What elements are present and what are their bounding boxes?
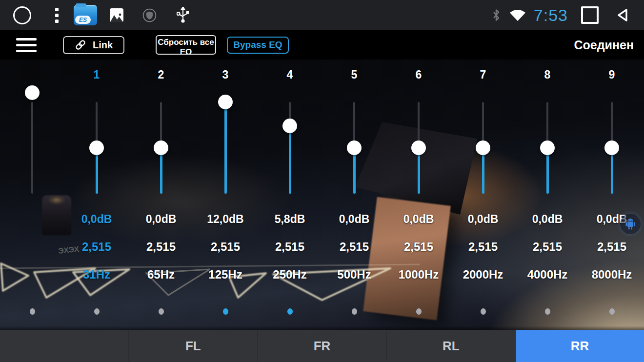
band-gain-slider[interactable] bbox=[64, 85, 129, 205]
channel-tab[interactable]: FL bbox=[129, 330, 258, 362]
channel-tabbar: FL FR RL RR bbox=[0, 330, 644, 362]
eq-band: 6 0,0dB 2,515 1000Hz bbox=[386, 60, 451, 334]
band-gain-slider[interactable] bbox=[193, 85, 258, 205]
band-gain-value: 0,0dB bbox=[468, 205, 499, 233]
slider-thumb[interactable] bbox=[347, 141, 362, 155]
slider-thumb[interactable] bbox=[154, 141, 168, 155]
band-indicator-dot bbox=[416, 308, 422, 315]
band-indicator-dot bbox=[94, 308, 100, 315]
gallery-icon[interactable] bbox=[110, 8, 123, 22]
band-indicator-dot bbox=[609, 308, 615, 315]
band-q-value: 2,515 bbox=[340, 233, 369, 261]
band-number: 7 bbox=[480, 60, 486, 85]
channel-tab[interactable]: FR bbox=[258, 330, 386, 362]
band-gain-slider[interactable] bbox=[322, 85, 386, 205]
slider-thumb[interactable] bbox=[540, 141, 555, 155]
band-q-value: 2,515 bbox=[468, 233, 498, 261]
reset-all-eq-button[interactable]: Сбросить все EQ bbox=[156, 35, 216, 55]
slider-track-fill[interactable] bbox=[224, 102, 227, 194]
android-overlay-badge[interactable] bbox=[620, 214, 641, 234]
band-frequency: 125Hz bbox=[208, 261, 242, 288]
band-gain-slider[interactable] bbox=[258, 85, 322, 205]
channel-tab[interactable]: RL bbox=[387, 330, 516, 362]
band-indicator-dot bbox=[545, 308, 550, 315]
band-number: 6 bbox=[416, 60, 422, 85]
band-gain-slider[interactable] bbox=[451, 85, 515, 205]
band-number: 9 bbox=[609, 60, 615, 85]
shield-icon[interactable] bbox=[142, 8, 157, 22]
band-frequency: 250Hz bbox=[273, 261, 306, 288]
es-icon-label: ES bbox=[75, 16, 91, 24]
band-gain-slider[interactable] bbox=[515, 85, 580, 205]
status-clock: 7:53 bbox=[534, 6, 568, 25]
band-q-value: 2,515 bbox=[404, 233, 433, 261]
band-frequency: 8000Hz bbox=[592, 261, 632, 288]
band-gain-value: 12,0dB bbox=[207, 205, 243, 233]
slider-thumb[interactable] bbox=[89, 141, 104, 155]
channel-tab[interactable]: RR bbox=[516, 330, 644, 362]
recents-icon[interactable] bbox=[581, 6, 599, 24]
eq-band: 8 0,0dB 2,515 4000Hz bbox=[515, 60, 580, 334]
band-gain-value: 0,0dB bbox=[339, 205, 370, 233]
band-frequency: 4000Hz bbox=[527, 261, 568, 288]
usb-icon[interactable] bbox=[177, 7, 189, 23]
home-circle-icon[interactable] bbox=[13, 6, 31, 24]
band-number: 8 bbox=[544, 60, 551, 85]
bypass-eq-button[interactable]: Bypass EQ bbox=[227, 37, 289, 54]
link-button-label: Link bbox=[93, 40, 113, 51]
slider-thumb[interactable] bbox=[476, 141, 490, 155]
band-gain-slider[interactable] bbox=[386, 85, 451, 205]
band-gain-slider[interactable] bbox=[129, 85, 193, 205]
band-number: 2 bbox=[158, 60, 164, 85]
band-gain-value: 0,0dB bbox=[403, 205, 434, 233]
band-dot-wrap bbox=[159, 288, 164, 334]
link-button[interactable]: Link bbox=[63, 36, 124, 54]
band-frequency: 2000Hz bbox=[463, 261, 503, 288]
channel-tab-label: RR bbox=[571, 339, 589, 354]
band-q-value: 2,515 bbox=[211, 233, 240, 261]
android-robot-icon bbox=[624, 218, 636, 230]
eq-band: 2 0,0dB 2,515 65Hz bbox=[129, 60, 193, 334]
band-indicator-dot bbox=[30, 308, 35, 315]
slider-thumb[interactable] bbox=[411, 141, 426, 155]
overflow-menu-icon[interactable] bbox=[55, 8, 59, 23]
wifi-icon[interactable] bbox=[509, 8, 526, 22]
eq-band: 1 0,0dB 2,515 31Hz bbox=[64, 60, 129, 334]
slider-thumb[interactable] bbox=[604, 141, 619, 155]
menu-icon[interactable] bbox=[16, 38, 37, 52]
slider-thumb[interactable] bbox=[282, 119, 297, 133]
status-bar: ES bbox=[0, 0, 644, 30]
es-file-explorer-icon[interactable]: ES bbox=[74, 5, 97, 25]
band-frequency: 65Hz bbox=[147, 261, 175, 288]
band-frequency: 31Hz bbox=[83, 261, 110, 288]
band-indicator-dot bbox=[159, 308, 164, 315]
channel-tab-label: RL bbox=[443, 339, 460, 354]
back-icon[interactable] bbox=[615, 7, 631, 23]
band-number: 5 bbox=[351, 60, 358, 85]
channel-tab[interactable] bbox=[0, 330, 129, 362]
band-gain-slider[interactable] bbox=[580, 85, 644, 205]
band-gain-slider[interactable] bbox=[0, 85, 64, 205]
equalizer-app: ЭХЭХ ES bbox=[0, 0, 644, 362]
band-dot-wrap bbox=[287, 288, 293, 334]
band-dot-wrap bbox=[609, 288, 615, 334]
band-dot-wrap bbox=[416, 288, 422, 334]
band-dot-wrap bbox=[30, 288, 35, 334]
eq-band: 7 0,0dB 2,515 2000Hz bbox=[451, 60, 515, 334]
band-dot-wrap bbox=[223, 288, 228, 334]
band-q-value: 2,515 bbox=[82, 233, 111, 261]
slider-track[interactable] bbox=[31, 102, 33, 194]
equalizer-bands: 1 0,0dB 2,515 31Hz 2 0,0dB 2,515 65Hz bbox=[0, 60, 644, 330]
band-number: 4 bbox=[287, 60, 293, 85]
band-indicator-dot bbox=[352, 308, 357, 315]
connection-status: Соединен bbox=[574, 38, 634, 52]
slider-thumb[interactable] bbox=[218, 95, 233, 109]
band-dot-wrap bbox=[352, 288, 357, 334]
slider-track-fill[interactable] bbox=[289, 126, 291, 194]
eq-band: 4 5,8dB 2,515 250Hz bbox=[258, 60, 322, 334]
band-gain-value: 0,0dB bbox=[146, 205, 177, 233]
eq-band bbox=[0, 60, 64, 334]
bluetooth-icon[interactable] bbox=[492, 8, 501, 22]
slider-thumb[interactable] bbox=[25, 85, 40, 100]
band-dot-wrap bbox=[94, 288, 100, 334]
